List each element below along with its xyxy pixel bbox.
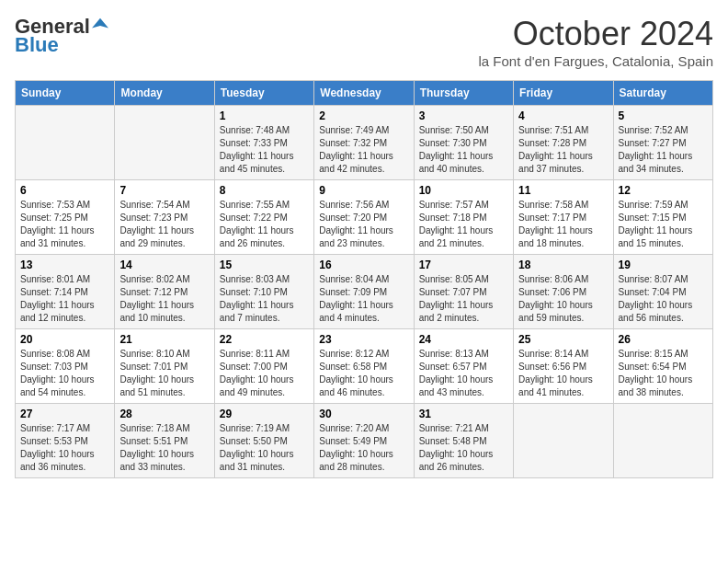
day-info: Sunrise: 7:59 AMSunset: 7:15 PMDaylight:… <box>619 199 708 250</box>
calendar-cell: 16Sunrise: 8:04 AMSunset: 7:09 PMDayligh… <box>314 255 414 329</box>
logo-bird-icon <box>92 17 108 33</box>
day-number: 30 <box>319 408 408 420</box>
day-of-week-header: Thursday <box>414 81 513 106</box>
calendar-cell <box>613 404 712 478</box>
calendar-cell: 18Sunrise: 8:06 AMSunset: 7:06 PMDayligh… <box>514 255 613 329</box>
calendar-cell: 8Sunrise: 7:55 AMSunset: 7:22 PMDaylight… <box>214 180 313 255</box>
calendar-cell: 31Sunrise: 7:21 AMSunset: 5:48 PMDayligh… <box>414 404 513 478</box>
calendar-cell: 17Sunrise: 8:05 AMSunset: 7:07 PMDayligh… <box>414 255 513 329</box>
day-number: 6 <box>20 184 109 197</box>
calendar-header-row: SundayMondayTuesdayWednesdayThursdayFrid… <box>16 81 713 106</box>
day-info: Sunrise: 7:55 AMSunset: 7:22 PMDaylight:… <box>220 199 309 250</box>
day-of-week-header: Wednesday <box>314 81 414 106</box>
day-info: Sunrise: 7:18 AMSunset: 5:51 PMDaylight:… <box>119 422 209 474</box>
day-of-week-header: Tuesday <box>214 81 313 106</box>
calendar-cell: 28Sunrise: 7:18 AMSunset: 5:51 PMDayligh… <box>115 404 214 478</box>
calendar-cell: 30Sunrise: 7:20 AMSunset: 5:49 PMDayligh… <box>314 404 414 478</box>
calendar-table: SundayMondayTuesdayWednesdayThursdayFrid… <box>15 80 713 478</box>
location: la Font d'en Fargues, Catalonia, Spain <box>478 53 713 69</box>
day-info: Sunrise: 8:04 AMSunset: 7:09 PMDaylight:… <box>319 273 408 325</box>
day-info: Sunrise: 8:15 AMSunset: 6:54 PMDaylight:… <box>619 348 708 399</box>
day-number: 10 <box>419 184 508 197</box>
calendar-cell <box>514 404 613 478</box>
day-number: 25 <box>518 333 608 346</box>
day-info: Sunrise: 7:53 AMSunset: 7:25 PMDaylight:… <box>20 199 109 250</box>
day-number: 4 <box>518 109 608 122</box>
page-header: General Blue October 2024 la Font d'en F… <box>15 15 713 69</box>
day-number: 2 <box>319 109 408 122</box>
calendar-week-row: 1Sunrise: 7:48 AMSunset: 7:33 PMDaylight… <box>16 106 713 180</box>
calendar-cell: 14Sunrise: 8:02 AMSunset: 7:12 PMDayligh… <box>115 255 214 329</box>
day-number: 22 <box>220 333 309 346</box>
calendar-cell: 29Sunrise: 7:19 AMSunset: 5:50 PMDayligh… <box>214 404 313 478</box>
calendar-cell: 15Sunrise: 8:03 AMSunset: 7:10 PMDayligh… <box>214 255 313 329</box>
day-info: Sunrise: 8:02 AMSunset: 7:12 PMDaylight:… <box>119 273 209 325</box>
calendar-cell: 1Sunrise: 7:48 AMSunset: 7:33 PMDaylight… <box>214 106 313 180</box>
day-of-week-header: Friday <box>514 81 613 106</box>
calendar-week-row: 13Sunrise: 8:01 AMSunset: 7:14 PMDayligh… <box>16 255 713 329</box>
day-number: 23 <box>319 333 408 346</box>
calendar-cell: 20Sunrise: 8:08 AMSunset: 7:03 PMDayligh… <box>16 329 115 404</box>
calendar-week-row: 20Sunrise: 8:08 AMSunset: 7:03 PMDayligh… <box>16 329 713 404</box>
day-number: 31 <box>419 408 508 420</box>
calendar-cell: 26Sunrise: 8:15 AMSunset: 6:54 PMDayligh… <box>613 329 712 404</box>
calendar-week-row: 6Sunrise: 7:53 AMSunset: 7:25 PMDaylight… <box>16 180 713 255</box>
calendar-cell: 24Sunrise: 8:13 AMSunset: 6:57 PMDayligh… <box>414 329 513 404</box>
calendar-cell: 3Sunrise: 7:50 AMSunset: 7:30 PMDaylight… <box>414 106 513 180</box>
day-number: 26 <box>619 333 708 346</box>
month-title: October 2024 <box>478 15 713 53</box>
day-info: Sunrise: 7:54 AMSunset: 7:23 PMDaylight:… <box>119 199 209 250</box>
calendar-cell: 10Sunrise: 7:57 AMSunset: 7:18 PMDayligh… <box>414 180 513 255</box>
calendar-cell: 12Sunrise: 7:59 AMSunset: 7:15 PMDayligh… <box>613 180 712 255</box>
day-info: Sunrise: 8:07 AMSunset: 7:04 PMDaylight:… <box>619 273 708 325</box>
day-info: Sunrise: 7:19 AMSunset: 5:50 PMDaylight:… <box>220 422 309 474</box>
calendar-cell: 25Sunrise: 8:14 AMSunset: 6:56 PMDayligh… <box>514 329 613 404</box>
day-info: Sunrise: 8:10 AMSunset: 7:01 PMDaylight:… <box>119 348 209 399</box>
day-number: 19 <box>619 259 708 271</box>
day-info: Sunrise: 8:13 AMSunset: 6:57 PMDaylight:… <box>419 348 508 399</box>
calendar-cell: 11Sunrise: 7:58 AMSunset: 7:17 PMDayligh… <box>514 180 613 255</box>
calendar-cell: 19Sunrise: 8:07 AMSunset: 7:04 PMDayligh… <box>613 255 712 329</box>
day-info: Sunrise: 8:14 AMSunset: 6:56 PMDaylight:… <box>518 348 608 399</box>
day-number: 17 <box>419 259 508 271</box>
day-info: Sunrise: 7:50 AMSunset: 7:30 PMDaylight:… <box>419 124 508 176</box>
day-number: 9 <box>319 184 408 197</box>
day-info: Sunrise: 8:11 AMSunset: 7:00 PMDaylight:… <box>220 348 309 399</box>
day-number: 11 <box>518 184 608 197</box>
day-info: Sunrise: 8:06 AMSunset: 7:06 PMDaylight:… <box>518 273 608 325</box>
day-number: 12 <box>619 184 708 197</box>
day-number: 16 <box>319 259 408 271</box>
day-info: Sunrise: 8:12 AMSunset: 6:58 PMDaylight:… <box>319 348 408 399</box>
day-info: Sunrise: 8:03 AMSunset: 7:10 PMDaylight:… <box>220 273 309 325</box>
day-number: 20 <box>20 333 109 346</box>
day-number: 5 <box>619 109 708 122</box>
calendar-cell: 6Sunrise: 7:53 AMSunset: 7:25 PMDaylight… <box>16 180 115 255</box>
calendar-cell: 13Sunrise: 8:01 AMSunset: 7:14 PMDayligh… <box>16 255 115 329</box>
day-info: Sunrise: 7:49 AMSunset: 7:32 PMDaylight:… <box>319 124 408 176</box>
day-info: Sunrise: 7:51 AMSunset: 7:28 PMDaylight:… <box>518 124 608 176</box>
calendar-cell: 21Sunrise: 8:10 AMSunset: 7:01 PMDayligh… <box>115 329 214 404</box>
calendar-week-row: 27Sunrise: 7:17 AMSunset: 5:53 PMDayligh… <box>16 404 713 478</box>
day-number: 28 <box>119 408 209 420</box>
day-number: 18 <box>518 259 608 271</box>
day-info: Sunrise: 7:58 AMSunset: 7:17 PMDaylight:… <box>518 199 608 250</box>
logo: General Blue <box>15 15 108 57</box>
calendar-cell <box>16 106 115 180</box>
day-info: Sunrise: 8:05 AMSunset: 7:07 PMDaylight:… <box>419 273 508 325</box>
day-info: Sunrise: 7:57 AMSunset: 7:18 PMDaylight:… <box>419 199 508 250</box>
day-number: 27 <box>20 408 109 420</box>
day-number: 14 <box>119 259 209 271</box>
calendar-cell: 5Sunrise: 7:52 AMSunset: 7:27 PMDaylight… <box>613 106 712 180</box>
day-number: 13 <box>20 259 109 271</box>
day-info: Sunrise: 7:21 AMSunset: 5:48 PMDaylight:… <box>419 422 508 474</box>
day-number: 8 <box>220 184 309 197</box>
calendar-cell <box>115 106 214 180</box>
svg-marker-0 <box>92 18 108 29</box>
day-of-week-header: Sunday <box>16 81 115 106</box>
day-info: Sunrise: 8:01 AMSunset: 7:14 PMDaylight:… <box>20 273 109 325</box>
day-info: Sunrise: 7:56 AMSunset: 7:20 PMDaylight:… <box>319 199 408 250</box>
calendar-cell: 2Sunrise: 7:49 AMSunset: 7:32 PMDaylight… <box>314 106 414 180</box>
day-number: 15 <box>220 259 309 271</box>
day-info: Sunrise: 7:48 AMSunset: 7:33 PMDaylight:… <box>220 124 309 176</box>
day-info: Sunrise: 7:17 AMSunset: 5:53 PMDaylight:… <box>20 422 109 474</box>
